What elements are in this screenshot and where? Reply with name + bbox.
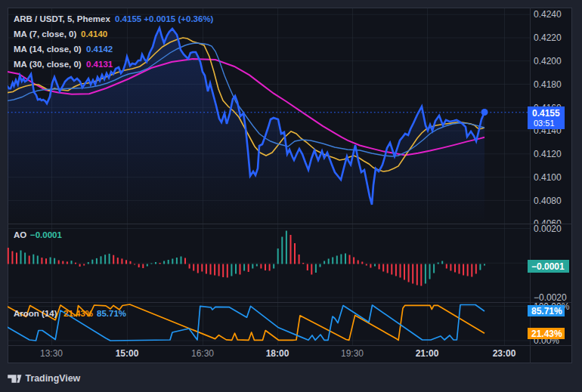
svg-text:19:30: 19:30 [341, 348, 364, 359]
svg-text:TradingView: TradingView [26, 373, 81, 384]
svg-text:21.43%: 21.43% [531, 329, 562, 339]
svg-text:0.4100: 0.4100 [534, 172, 562, 183]
svg-text:−0.0020: −0.0020 [534, 292, 567, 303]
svg-text:0.4080: 0.4080 [534, 196, 562, 206]
svg-text:−0.0001: −0.0001 [531, 261, 565, 272]
svg-text:03:51: 03:51 [534, 119, 555, 128]
svg-text:0.4155 +0.0015 (+0.36%): 0.4155 +0.0015 (+0.36%) [115, 14, 214, 23]
svg-text:85.71%: 85.71% [531, 306, 562, 316]
svg-text:MA (30, close, 0): MA (30, close, 0) [14, 60, 82, 69]
svg-text:ARB / USDT, 5, Phemex: ARB / USDT, 5, Phemex [14, 14, 110, 23]
svg-text:AO: AO [14, 230, 26, 239]
svg-text:18:00: 18:00 [266, 348, 289, 359]
svg-text:0.4240: 0.4240 [534, 9, 562, 20]
svg-text:16:30: 16:30 [191, 348, 214, 359]
svg-text:Aroon (14): Aroon (14) [14, 309, 57, 318]
svg-text:0.0020: 0.0020 [534, 224, 562, 234]
svg-text:0.4220: 0.4220 [534, 32, 562, 43]
svg-text:MA (7, close, 0): MA (7, close, 0) [14, 29, 76, 39]
svg-text:−0.0001: −0.0001 [30, 230, 62, 239]
svg-text:21.43%: 21.43% [63, 309, 93, 318]
svg-text:0.4155: 0.4155 [532, 108, 560, 119]
svg-text:0.4180: 0.4180 [534, 79, 562, 90]
svg-text:0.4131: 0.4131 [86, 60, 113, 69]
svg-text:23:00: 23:00 [493, 348, 516, 359]
svg-text:0.4140: 0.4140 [81, 29, 107, 39]
svg-text:MA (14, close, 0): MA (14, close, 0) [14, 45, 82, 54]
svg-text:21:00: 21:00 [416, 348, 439, 359]
svg-text:0.4142: 0.4142 [86, 45, 113, 54]
svg-text:0.4120: 0.4120 [534, 149, 562, 159]
svg-text:85.71%: 85.71% [97, 309, 126, 318]
svg-text:15:00: 15:00 [116, 348, 139, 359]
svg-text:0.4200: 0.4200 [534, 56, 562, 66]
svg-text:13:30: 13:30 [40, 348, 63, 359]
